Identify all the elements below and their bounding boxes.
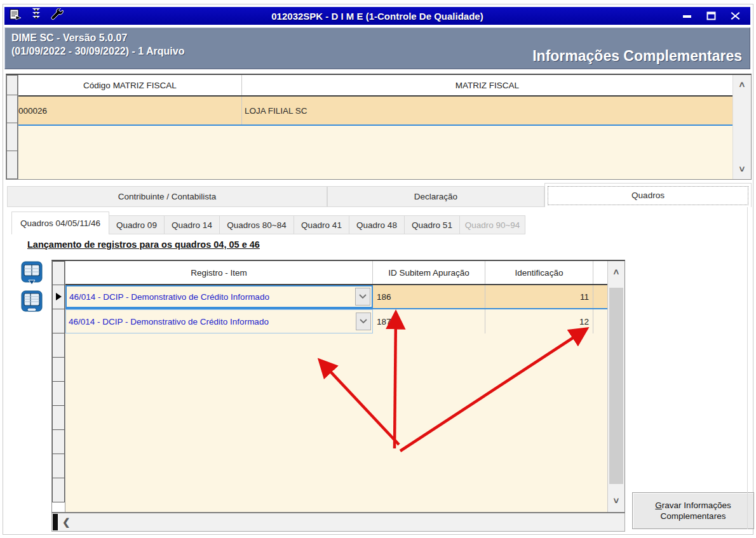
column-header-codigo[interactable]: Código MATRIZ FISCAL: [18, 75, 242, 95]
tab-quadro-14[interactable]: Quadro 14: [164, 215, 220, 234]
id-subitem-cell[interactable]: 187: [373, 309, 485, 333]
record-nav-buttons: [21, 261, 43, 314]
grid-header-row: Registro - Item ID Subitem Apuração Iden…: [65, 261, 607, 285]
insert-record-icon[interactable]: [21, 261, 43, 285]
codigo-cell[interactable]: 000026: [18, 97, 242, 124]
matriz-fiscal-table: Código MATRIZ FISCAL MATRIZ FISCAL 00002…: [6, 74, 752, 180]
window-title: 012032SPK - D I M E (1-Controle De Quali…: [4, 11, 750, 22]
matriz-cell[interactable]: LOJA FILIAL SC: [242, 97, 732, 124]
app-version-line: DIME SC - Versão 5.0.07: [11, 31, 184, 44]
dropdown-button[interactable]: [355, 288, 370, 306]
period-line: (01/09/2022 - 30/09/2022) - 1 Arquivo: [11, 44, 184, 58]
tab-quadros-80-84[interactable]: Quadros 80~84: [219, 215, 294, 234]
tab-quadro-41[interactable]: Quadro 41: [294, 215, 349, 234]
page-title: Informações Complementares: [532, 48, 742, 65]
registro-item-combo[interactable]: 46/014 - DCIP - Demonstrativo de Crédito…: [65, 309, 373, 333]
tab-quadros-04-05-11-46[interactable]: Quadros 04/05/11/46: [11, 212, 109, 234]
tab-quadro-09[interactable]: Quadro 09: [109, 215, 165, 234]
registro-item-combo[interactable]: 46/014 - DCIP - Demonstrativo de Crédito…: [65, 285, 373, 308]
delete-record-icon[interactable]: [21, 290, 43, 314]
registro-item-value: 46/014 - DCIP - Demonstrativo de Crédito…: [69, 292, 355, 302]
app-header: DIME SC - Versão 5.0.07 (01/09/2022 - 30…: [4, 27, 750, 69]
quadros-tab-bar: Quadros 04/05/11/46 Quadro 09 Quadro 14 …: [12, 212, 525, 234]
tab-declaracao[interactable]: Declaração: [327, 186, 544, 207]
scroll-left-icon[interactable]: ❮: [62, 516, 71, 528]
app-totem-icon[interactable]: [31, 8, 41, 24]
tab-quadro-90-94: Quadro 90~94: [459, 215, 525, 234]
matriz-row-selected[interactable]: 000026 LOJA FILIAL SC: [18, 97, 732, 126]
dropdown-button[interactable]: [356, 313, 371, 330]
section-label: Lançamento de registros para os quadros …: [27, 239, 260, 250]
grid-row-1[interactable]: 46/014 - DCIP - Demonstrativo de Crédito…: [65, 285, 607, 309]
scroll-up-icon[interactable]: ˄: [733, 80, 751, 90]
grid-vertical-scrollbar[interactable]: ˄ ˅: [607, 261, 624, 512]
grid-row-2[interactable]: 46/014 - DCIP - Demonstrativo de Crédito…: [65, 309, 607, 333]
current-record-indicator[interactable]: [52, 285, 65, 309]
registro-item-value: 46/014 - DCIP - Demonstrativo de Crédito…: [69, 317, 356, 326]
column-header-registro-item[interactable]: Registro - Item: [65, 261, 373, 284]
gravar-informacoes-button[interactable]: Gravar Informações Complementares: [632, 492, 754, 529]
close-button[interactable]: [731, 11, 740, 20]
tab-quadros[interactable]: Quadros: [544, 183, 752, 207]
maximize-button[interactable]: [706, 11, 717, 20]
row-selector-column: [6, 75, 18, 179]
scroll-up-icon[interactable]: ˄: [608, 267, 624, 277]
report-icon[interactable]: [10, 9, 22, 23]
grid-row-selector-column: [52, 261, 65, 512]
tab-contribuinte-contabilista[interactable]: Contribuinte / Contabilista: [7, 186, 327, 207]
scrollbar-thumb[interactable]: [609, 288, 623, 484]
app-window: 012032SPK - D I M E (1-Controle De Quali…: [3, 4, 753, 535]
matriz-vertical-scrollbar[interactable]: ˄ ˅: [732, 75, 751, 179]
scrollbar-thumb[interactable]: [53, 514, 58, 530]
title-bar: 012032SPK - D I M E (1-Controle De Quali…: [4, 7, 750, 25]
grid-horizontal-scrollbar[interactable]: ❮: [51, 513, 625, 532]
column-header-id-subitem[interactable]: ID Subitem Apuração: [373, 261, 485, 284]
id-subitem-cell[interactable]: 186: [373, 285, 485, 308]
tab-quadro-51[interactable]: Quadro 51: [404, 215, 460, 234]
registros-grid: Registro - Item ID Subitem Apuração Iden…: [51, 260, 625, 513]
identificacao-cell[interactable]: 12: [485, 309, 593, 333]
identificacao-cell[interactable]: 11: [485, 285, 593, 308]
column-header-identificacao[interactable]: Identificação: [485, 261, 593, 284]
column-header-matriz[interactable]: MATRIZ FISCAL: [242, 75, 732, 95]
tab-quadro-48[interactable]: Quadro 48: [349, 215, 405, 234]
current-record-arrow-icon: [56, 293, 62, 300]
scroll-down-icon[interactable]: ˅: [608, 496, 624, 506]
row-selector[interactable]: [6, 95, 18, 123]
main-tab-bar: Contribuinte / Contabilista Declaração Q…: [7, 183, 752, 207]
wrench-icon[interactable]: [50, 8, 64, 24]
scroll-down-icon[interactable]: ˅: [733, 165, 751, 174]
minimize-button[interactable]: [682, 11, 692, 20]
